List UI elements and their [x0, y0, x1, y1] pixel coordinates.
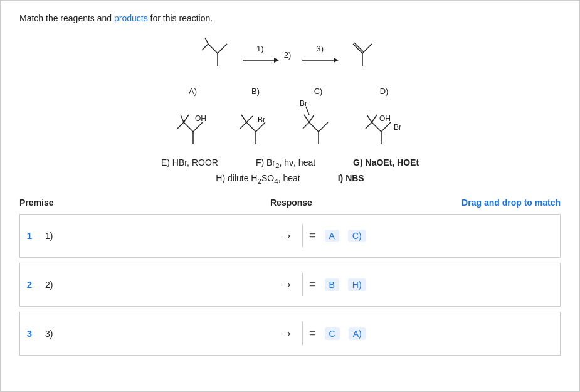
row2-num: 2 — [20, 279, 39, 290]
svg-line-38 — [366, 122, 372, 129]
row3-equals: = — [309, 327, 316, 340]
response-header-label: Response — [270, 198, 383, 208]
row1-num: 1 — [20, 230, 39, 241]
row3-premise: 3) — [39, 324, 271, 344]
svg-line-37 — [381, 122, 391, 132]
matching-header: Premise Response Drag and drop to match — [19, 198, 561, 208]
arrow1-svg — [241, 55, 279, 66]
molecule-D: D) OH Br — [359, 87, 409, 147]
svg-line-25 — [246, 116, 253, 122]
row3-num: 3 — [20, 328, 39, 339]
step2-label: 2) — [284, 50, 292, 60]
svg-line-3 — [202, 44, 208, 50]
reagent-G: G) NaOEt, HOEt — [353, 157, 419, 169]
svg-line-29 — [319, 122, 328, 132]
reagent-E: E) HBr, ROOR — [161, 157, 218, 169]
match-row-2: 2 2) → = B H) — [19, 263, 561, 307]
svg-line-17 — [181, 115, 184, 122]
molecules-row: A) OH B) — [171, 87, 409, 147]
svg-line-14 — [184, 122, 193, 132]
reaction-diagram: 1) 2) 3) — [19, 34, 561, 185]
reagents-row-1: E) HBr, ROOR F) Br2, hν, heat G) NaOEt, … — [161, 157, 419, 169]
molecule-A: A) OH — [171, 87, 215, 147]
arrow3-svg — [301, 55, 339, 66]
svg-text:OH: OH — [379, 114, 391, 123]
instruction-text: Match the reagents and products for this… — [19, 13, 561, 23]
row1-response-a[interactable]: A — [325, 230, 339, 242]
row1-response-b[interactable]: C) — [348, 230, 366, 242]
svg-line-2 — [218, 44, 227, 53]
dnd-header-label: Drag and drop to match — [461, 198, 561, 208]
molecule-C-svg: Br — [297, 97, 340, 147]
highlight-products: products — [114, 13, 148, 23]
product-svg — [344, 34, 381, 75]
svg-line-15 — [193, 122, 203, 132]
svg-line-21 — [246, 122, 256, 132]
molecule-A-svg: OH — [171, 97, 215, 147]
row2-premise: 2) — [39, 275, 271, 295]
svg-line-28 — [309, 122, 319, 132]
svg-text:Br: Br — [300, 99, 307, 108]
molecule-B: B) Br — [234, 87, 278, 147]
svg-line-30 — [303, 122, 309, 129]
row3-arrow: → — [271, 326, 302, 342]
svg-text:Br: Br — [394, 123, 401, 132]
row2-response-b[interactable]: H) — [348, 278, 366, 291]
row2-arrow: → — [271, 277, 302, 293]
svg-marker-6 — [274, 58, 279, 63]
step1-arrow: 1) — [241, 44, 279, 66]
svg-line-16 — [177, 122, 184, 129]
svg-line-18 — [184, 115, 189, 122]
step3-label: 3) — [317, 44, 324, 53]
svg-line-10 — [353, 44, 362, 53]
premise-header-label: Premise — [19, 198, 95, 208]
svg-line-24 — [241, 115, 246, 122]
molecule-C: C) Br — [297, 87, 340, 147]
svg-text:OH: OH — [195, 114, 206, 123]
reagent-H: H) dilute H2SO4, heat — [216, 173, 300, 185]
label-C: C) — [314, 87, 323, 96]
row2-equals: = — [309, 278, 316, 291]
row3-response-b[interactable]: A) — [349, 327, 366, 340]
row1-equals: = — [309, 229, 316, 242]
svg-line-32 — [309, 115, 314, 122]
svg-line-12 — [362, 44, 372, 53]
row3-response[interactable]: = C A) — [302, 322, 560, 345]
row2-response[interactable]: = B H) — [302, 273, 560, 296]
row3-premise-text: 3) — [45, 329, 53, 339]
svg-line-11 — [354, 43, 364, 52]
reagent-F: F) Br2, hν, heat — [256, 157, 315, 169]
main-page: Match the reagents and products for this… — [0, 0, 580, 392]
label-B: B) — [251, 87, 260, 96]
step3-arrow: 3) — [301, 44, 339, 66]
svg-marker-8 — [334, 58, 339, 63]
row3-response-a[interactable]: C — [325, 327, 340, 340]
reagent-I: I) NBS — [338, 173, 364, 185]
row1-response[interactable]: = A C) — [302, 224, 560, 247]
row1-premise-text: 1) — [45, 231, 53, 241]
svg-line-36 — [372, 122, 381, 132]
svg-text:Br: Br — [258, 115, 265, 124]
match-row-1: 1 1) → = A C) — [19, 214, 561, 258]
reaction-scheme-row: 1) 2) 3) — [199, 34, 382, 75]
row1-premise: 1) — [39, 226, 271, 246]
match-row-3: 3 3) → = C A) — [19, 312, 561, 356]
reagents-row-2: H) dilute H2SO4, heat I) NBS — [216, 173, 364, 185]
step1-label: 1) — [256, 44, 264, 53]
starting-material-svg — [199, 34, 236, 75]
molecule-B-svg: Br — [234, 97, 278, 147]
molecule-D-svg: OH Br — [359, 97, 409, 147]
row1-arrow: → — [271, 228, 302, 244]
svg-line-1 — [208, 44, 218, 53]
row2-response-a[interactable]: B — [325, 278, 339, 291]
label-A: A) — [189, 87, 197, 96]
svg-line-31 — [304, 115, 309, 122]
svg-line-39 — [367, 115, 372, 122]
svg-line-4 — [205, 38, 208, 44]
label-D: D) — [380, 87, 389, 96]
row2-premise-text: 2) — [45, 280, 53, 290]
svg-line-40 — [372, 115, 377, 122]
svg-line-23 — [240, 122, 246, 129]
